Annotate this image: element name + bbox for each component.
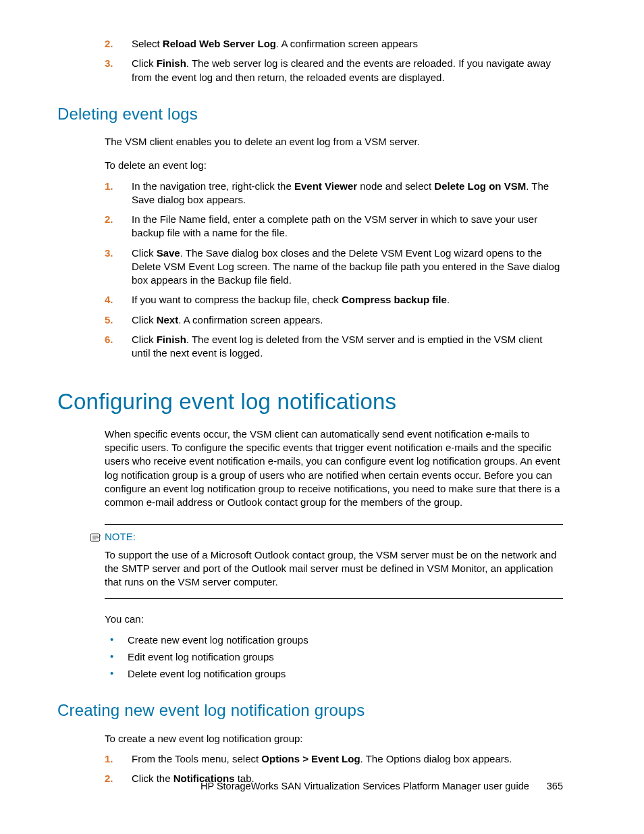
step-number: 2. (57, 37, 126, 51)
heading-configuring-notifications: Configuring event log notifications (57, 387, 563, 417)
paragraph: To create a new event log notification g… (105, 732, 563, 746)
deleting-steps-list: 1.In the navigation tree, right-click th… (57, 180, 563, 361)
step-body: Click Save. The Save dialog box closes a… (126, 246, 563, 288)
step-body: Click Finish. The web server log is clea… (126, 57, 563, 84)
paragraph: To delete an event log: (105, 159, 563, 172)
bullet-body: Create new event log notification groups (125, 633, 563, 647)
paragraph: When specific events occur, the VSM clie… (105, 427, 563, 510)
list-item: 1.From the Tools menu, select Options > … (57, 752, 563, 766)
note-label: NOTE: (105, 530, 136, 544)
list-item: 4.If you want to compress the backup fil… (57, 293, 563, 307)
step-number: 1. (57, 180, 126, 207)
step-body: Select Reload Web Server Log. A confirma… (126, 37, 563, 51)
list-item: 2.In the File Name field, enter a comple… (57, 213, 563, 240)
note-body: To support the use of a Microsoft Outloo… (105, 548, 563, 590)
list-item: 2. Select Reload Web Server Log. A confi… (57, 37, 563, 51)
heading-deleting-event-logs: Deleting event logs (57, 103, 563, 125)
step-number: 1. (57, 752, 126, 766)
step-body: In the File Name field, enter a complete… (126, 213, 563, 240)
step-number: 4. (57, 293, 126, 307)
bullet-icon: • (57, 633, 125, 647)
note-heading: NOTE: (90, 530, 563, 544)
page-footer: HP StorageWorks SAN Virtualization Servi… (200, 780, 563, 793)
list-item: •Edit event log notification groups (57, 650, 563, 664)
step-body: Click Next. A confirmation screen appear… (126, 313, 563, 327)
step-number: 3. (57, 57, 126, 84)
step-number: 3. (57, 246, 126, 288)
reload-steps-list: 2. Select Reload Web Server Log. A confi… (57, 37, 563, 84)
step-number: 6. (57, 333, 126, 361)
note-icon (90, 533, 101, 542)
list-item: 1.In the navigation tree, right-click th… (57, 180, 563, 207)
paragraph: The VSM client enables you to delete an … (105, 135, 563, 149)
list-item: 6.Click Finish. The event log is deleted… (57, 333, 563, 361)
list-item: 3.Click Save. The Save dialog box closes… (57, 246, 563, 288)
step-number: 2. (57, 213, 126, 240)
bullet-icon: • (57, 667, 125, 681)
step-body: If you want to compress the backup file,… (126, 293, 563, 307)
footer-title: HP StorageWorks SAN Virtualization Servi… (200, 781, 529, 791)
bullet-icon: • (57, 650, 125, 664)
step-body: Click Finish. The event log is deleted f… (126, 333, 563, 361)
step-body: From the Tools menu, select Options > Ev… (126, 752, 563, 766)
bullet-body: Delete event log notification groups (125, 667, 563, 681)
paragraph: You can: (105, 613, 563, 626)
page: 2. Select Reload Web Server Log. A confi… (0, 0, 644, 834)
step-body: In the navigation tree, right-click the … (126, 180, 563, 207)
page-number: 365 (547, 781, 563, 791)
note-block: NOTE: To support the use of a Microsoft … (105, 524, 563, 599)
list-item: 5.Click Next. A confirmation screen appe… (57, 313, 563, 327)
list-item: •Delete event log notification groups (57, 667, 563, 681)
heading-creating-groups: Creating new event log notification grou… (57, 700, 563, 721)
you-can-list: •Create new event log notification group… (57, 633, 563, 681)
bullet-body: Edit event log notification groups (125, 650, 563, 664)
step-number: 2. (57, 772, 126, 785)
list-item: •Create new event log notification group… (57, 633, 563, 647)
list-item: 3. Click Finish. The web server log is c… (57, 57, 563, 84)
step-number: 5. (57, 313, 126, 327)
